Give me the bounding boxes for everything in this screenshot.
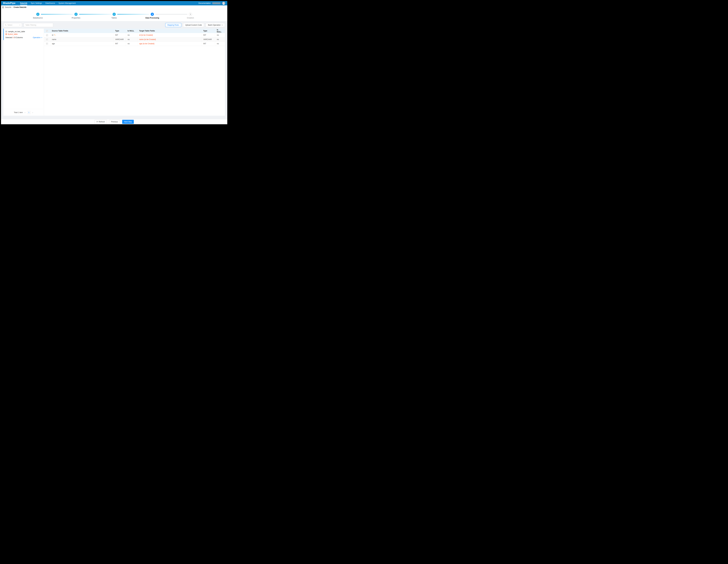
- target-field-type: VARCHAR: [202, 37, 215, 41]
- target-field-null: no: [215, 33, 225, 37]
- source-field-null: no: [126, 37, 137, 41]
- step-datasource: ✓ DataSource: [36, 13, 39, 16]
- selected-suffix: /3 Columns: [14, 37, 23, 39]
- step-connector: [117, 14, 149, 15]
- step-label: DataSource: [33, 17, 43, 19]
- nav-item-sync-settings[interactable]: Sync Settings: [29, 1, 44, 5]
- step-data-processing: 4 Data Processing: [151, 13, 154, 16]
- bladepipe-app: BladePipe DataJob Sync Settings DataSour…: [1, 1, 227, 124]
- previous-button[interactable]: Previous: [109, 120, 120, 124]
- work-area: Select Mapping Rules Upload Custom Code …: [1, 21, 227, 119]
- table-row: ✓ age INT no age (to be Created) INT no: [44, 41, 225, 46]
- row-checkbox[interactable]: ✓: [46, 38, 48, 40]
- chevron-down-icon: [19, 25, 21, 25]
- batch-operation-label: Batch Operation: [208, 24, 221, 26]
- step-label: Tables: [111, 17, 117, 19]
- pagination-page-1[interactable]: 1: [27, 111, 30, 114]
- documentation-link[interactable]: Documentation: [198, 2, 211, 4]
- operation-dropdown[interactable]: Operation: [33, 37, 42, 39]
- user-icon: [222, 2, 225, 5]
- next-step-button[interactable]: Next Step: [122, 120, 134, 124]
- username-redacted: [212, 2, 220, 4]
- step-label: Creation: [187, 17, 194, 19]
- row-checkbox[interactable]: ✓: [46, 43, 48, 45]
- col-header-target-is-null: Is NULL: [215, 29, 225, 33]
- breadcrumb-datajob[interactable]: DataJob: [5, 6, 11, 8]
- search-icon: [5, 24, 7, 26]
- source-field-type: INT: [113, 41, 126, 46]
- select-all-checkbox[interactable]: ✓: [46, 30, 48, 32]
- breadcrumb-marker: [3, 6, 3, 8]
- table-header-row: ✓ Source Table Fields Type Is NULL Targe…: [44, 29, 225, 33]
- target-table-icon: [5, 33, 7, 35]
- batch-operation-button[interactable]: Batch Operation: [206, 23, 225, 27]
- check-icon: ✓: [113, 13, 116, 16]
- action-bar: ⟳ Refresh Previous Next Step: [1, 119, 227, 124]
- step-tables: ✓ Tables: [113, 13, 116, 16]
- toolbar: Select Mapping Rules Upload Custom Code …: [3, 23, 225, 27]
- source-field-null: no: [126, 33, 137, 37]
- refresh-button[interactable]: ⟳ Refresh: [94, 120, 107, 124]
- table-row: ✓ id ✎ INT no id (to be Created): [44, 33, 225, 37]
- nav-item-datajob[interactable]: DataJob: [18, 1, 29, 5]
- step-label: Data Processing: [145, 17, 159, 19]
- edit-icon[interactable]: ✎: [54, 34, 56, 36]
- brand-logo[interactable]: BladePipe: [3, 1, 15, 5]
- field-mapping-table: ✓ Source Table Fields Type Is NULL Targe…: [44, 29, 225, 116]
- total-items-label: Total 1 item: [14, 112, 23, 114]
- nav-item-system-management[interactable]: System Management: [57, 1, 77, 5]
- check-icon: ✓: [74, 13, 78, 16]
- source-field-null: no: [126, 41, 137, 46]
- app-frame: BladePipe DataJob Sync Settings DataSour…: [0, 0, 228, 125]
- step-connector: [155, 14, 187, 15]
- step-connector: [79, 14, 111, 15]
- col-header-is-null: Is NULL: [126, 29, 137, 33]
- target-field-name: age (to be Created): [137, 41, 202, 46]
- stepper: ✓ DataSource ✓ Properties ✓ Tables 4 Dat…: [1, 9, 227, 21]
- chevron-down-icon: [41, 37, 42, 38]
- pagination: Total 1 item ‹ 1 ›: [3, 109, 44, 116]
- step-number: 5: [189, 13, 192, 16]
- breadcrumb-separator: /: [12, 6, 13, 8]
- chevron-down-icon: [221, 25, 223, 25]
- refresh-label: Refresh: [99, 121, 105, 123]
- target-field-type: INT: [202, 33, 215, 37]
- table-list-panel: sample_src.test_table lly.test_table Sel…: [3, 29, 44, 116]
- upload-custom-code-button[interactable]: Upload Custom Code: [183, 23, 204, 27]
- target-field-name: name (to be Created): [137, 37, 202, 41]
- source-field-name: age: [52, 43, 55, 45]
- table-list-item[interactable]: sample_src.test_table lly.test_table Sel…: [3, 29, 44, 40]
- row-checkbox[interactable]: ✓: [46, 34, 48, 36]
- table-filter-input[interactable]: [24, 23, 53, 27]
- check-icon: ✓: [36, 13, 39, 16]
- source-table-name: sample_src.test_table: [8, 31, 25, 33]
- user-avatar[interactable]: [222, 2, 225, 5]
- navbar-right: Documentation: [198, 1, 225, 5]
- refresh-icon: ⟳: [97, 121, 98, 123]
- nav-item-datasource[interactable]: DataSource: [44, 1, 57, 5]
- table-select[interactable]: Select: [3, 23, 22, 27]
- pagination-prev[interactable]: ‹: [24, 111, 26, 114]
- target-field-null: no: [215, 41, 225, 46]
- select-placeholder: Select: [7, 24, 18, 26]
- content-card: sample_src.test_table lly.test_table Sel…: [3, 29, 225, 116]
- target-table-row: lly.test_table: [5, 33, 42, 35]
- selected-columns-text: Selected3/3 Columns: [5, 37, 23, 39]
- toolbar-right: Mapping Rules Upload Custom Code Batch O…: [165, 23, 225, 27]
- breadcrumb-current: Create DataJob: [14, 6, 26, 8]
- source-field-type: VARCHAR: [113, 37, 126, 41]
- selected-count: 3: [13, 37, 14, 39]
- mapping-rules-button[interactable]: Mapping Rules: [165, 23, 181, 27]
- pagination-next[interactable]: ›: [32, 111, 33, 114]
- source-field-name: id: [52, 34, 53, 36]
- main-nav: DataJob Sync Settings DataSource System …: [18, 1, 77, 5]
- breadcrumb: DataJob / Create DataJob: [1, 5, 227, 9]
- col-header-target-type: Type: [202, 29, 215, 33]
- selected-prefix: Selected: [5, 37, 12, 39]
- col-header-type: Type: [113, 29, 126, 33]
- target-field-null: no: [215, 37, 225, 41]
- step-connector: [41, 14, 73, 15]
- table-row: ✓ name VARCHAR no name (to be Created) V…: [44, 37, 225, 41]
- source-table-row: sample_src.test_table: [5, 31, 42, 33]
- table-icon: [5, 31, 7, 32]
